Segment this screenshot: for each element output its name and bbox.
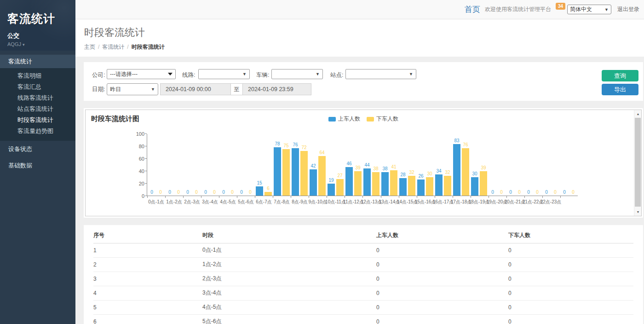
home-link[interactable]: 首页 xyxy=(465,4,480,15)
bar-下车人数 xyxy=(390,170,397,196)
table-cell: 0 xyxy=(376,315,508,324)
language-select[interactable]: 简体中文 ▼ xyxy=(567,5,611,14)
bar-chart-plot: 000点-1点001点-2点002点-3点003点-4点004点-5点005点-… xyxy=(147,134,578,196)
bar-value-label: 0 xyxy=(159,190,162,195)
bar-下车人数 xyxy=(336,179,344,196)
bar-wrapper: 39 xyxy=(354,166,362,196)
y-tick-label: 60 xyxy=(129,156,144,162)
station-select[interactable]: ▼ xyxy=(345,69,416,79)
chart-title: 时段车流统计图 xyxy=(91,115,139,123)
bar-上车人数 xyxy=(453,144,460,196)
bar-group: 343216点-17点 xyxy=(434,134,452,196)
table-column-header: 上车人数 xyxy=(376,227,508,243)
bar-group: 303918点-19点 xyxy=(470,134,488,196)
chevron-down-icon: ▼ xyxy=(409,72,413,76)
bar-wrapper: 0 xyxy=(193,190,200,196)
sidebar-item-站点客流统计[interactable]: 站点客流统计 xyxy=(0,104,75,115)
vehicle-select[interactable]: ▼ xyxy=(271,69,323,79)
bar-value-label: 78 xyxy=(275,142,280,146)
line-select[interactable]: ▼ xyxy=(198,69,250,79)
table-column-header: 时段 xyxy=(202,227,376,243)
bar-value-label: 30 xyxy=(427,172,432,176)
sidebar-item-设备状态[interactable]: 设备状态 xyxy=(0,141,75,157)
legend-item-上车人数[interactable]: 上车人数 xyxy=(328,115,360,123)
scrollbar-down-arrow-icon[interactable]: ▼ xyxy=(634,208,642,215)
sidebar-item-基础数据[interactable]: 基础数据 xyxy=(0,157,75,174)
hourly-stats-table: 序号时段上车人数下车人数 10点-1点0021点-2点0032点-3点0043点… xyxy=(93,227,633,324)
bar-下车人数 xyxy=(408,176,415,196)
bar-group: 283214点-15点 xyxy=(398,134,416,196)
bar-wrapper: 0 xyxy=(148,190,155,196)
sidebar-section-passenger-stats[interactable]: 客流统计 xyxy=(0,54,75,68)
bar-value-label: 0 xyxy=(527,190,530,195)
bar-group: 0019点-20点 xyxy=(488,134,506,196)
bar-wrapper: 76 xyxy=(462,143,469,196)
bar-value-label: 76 xyxy=(293,143,298,147)
legend-swatch xyxy=(328,117,336,122)
breadcrumb-link[interactable]: 主页 xyxy=(84,44,95,50)
x-tick-label: 6点-7点 xyxy=(256,199,271,205)
bar-wrapper: 0 xyxy=(166,190,173,196)
bar-wrapper: 32 xyxy=(408,170,415,196)
bar-group: 0020点-21点 xyxy=(506,134,524,196)
chevron-down-icon: ▼ xyxy=(242,72,247,76)
logout-link[interactable]: 退出登录 xyxy=(617,6,639,13)
sidebar-item-客流汇总[interactable]: 客流汇总 xyxy=(0,81,75,93)
bar-group: 00 xyxy=(560,134,578,196)
bar-wrapper: 76 xyxy=(292,143,299,196)
bar-value-label: 0 xyxy=(186,190,189,195)
bar-wrapper: 0 xyxy=(202,190,209,196)
bar-上车人数 xyxy=(435,174,443,196)
account-selector[interactable]: AQGJ▾ xyxy=(7,41,68,47)
bar-value-label: 0 xyxy=(204,190,207,195)
date-preset-select[interactable]: 昨日▼ xyxy=(107,83,158,95)
date-from-input[interactable]: 2024-01-09 00:00 xyxy=(160,83,231,95)
bar-wrapper: 0 xyxy=(229,190,236,196)
bar-group: 0021点-22点 xyxy=(524,134,542,196)
bar-wrapper: 0 xyxy=(569,190,577,196)
bar-wrapper: 0 xyxy=(157,190,164,196)
bar-group: 192710点-11点 xyxy=(327,134,345,196)
breadcrumb-link[interactable]: 客流统计 xyxy=(102,44,124,50)
topbar: 首页 欢迎使用客流统计管理平台 34 简体中文 ▼ 退出登录 xyxy=(75,0,644,19)
table-cell: 0 xyxy=(508,286,633,301)
bar-wrapper: 0 xyxy=(561,190,568,196)
bar-group: 78757点-8点 xyxy=(273,134,291,196)
legend-item-下车人数[interactable]: 下车人数 xyxy=(367,115,398,123)
bar-group: 837617点-18点 xyxy=(452,134,470,196)
y-tick-label: 20 xyxy=(129,180,144,187)
table-cell: 1点-2点 xyxy=(202,258,376,272)
bar-wrapper: 30 xyxy=(426,172,433,196)
bar-上车人数 xyxy=(399,178,407,196)
sidebar-item-时段客流统计[interactable]: 时段客流统计 xyxy=(0,115,75,126)
x-tick-label: 8点-9点 xyxy=(292,199,307,205)
bar-value-label: 6 xyxy=(267,186,270,191)
scrollbar-thumb[interactable] xyxy=(635,118,641,207)
company-label: 公司: xyxy=(92,70,105,80)
bar-wrapper: 32 xyxy=(444,170,451,196)
table-column-header: 序号 xyxy=(93,227,202,243)
x-tick-label: 2点-3点 xyxy=(184,199,200,205)
legend-label: 上车人数 xyxy=(338,115,360,123)
bar-value-label: 38 xyxy=(373,167,378,171)
bar-wrapper: 34 xyxy=(435,169,443,196)
sidebar-item-客流明细[interactable]: 客流明细 xyxy=(0,70,75,81)
bar-value-label: 39 xyxy=(355,166,360,170)
bar-value-label: 41 xyxy=(391,165,396,169)
x-tick-label: 5点-6点 xyxy=(238,199,253,205)
sidebar-item-线路客流统计[interactable]: 线路客流统计 xyxy=(0,93,75,104)
x-tick-label: 4点-5点 xyxy=(220,199,236,205)
date-to-input[interactable]: 2024-01-09 23:59 xyxy=(242,83,311,95)
scrollbar-up-arrow-icon[interactable]: ▲ xyxy=(634,110,642,117)
bar-下车人数 xyxy=(444,176,451,196)
bar-wrapper: 0 xyxy=(211,190,218,196)
bar-上车人数 xyxy=(328,184,335,196)
table-cell: 0 xyxy=(376,286,508,301)
bar-下车人数 xyxy=(264,192,272,196)
export-button[interactable]: 导出 xyxy=(602,84,638,95)
company-select[interactable]: ---请选择--- xyxy=(107,69,176,79)
bar-value-label: 83 xyxy=(454,139,459,143)
bar-wrapper: 0 xyxy=(175,190,182,196)
sidebar-item-客流量趋势图[interactable]: 客流量趋势图 xyxy=(0,126,75,137)
query-button[interactable]: 查询 xyxy=(602,70,638,81)
